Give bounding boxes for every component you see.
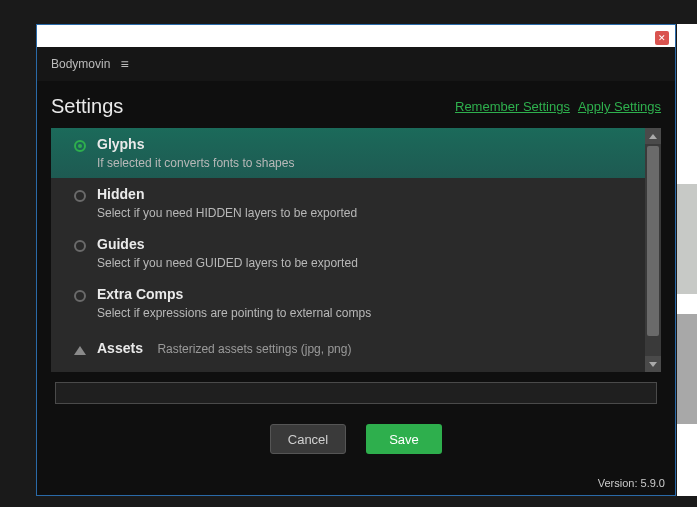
option-guides[interactable]: Guides Select if you need GUIDED layers …: [51, 228, 661, 278]
chevron-up-icon: [649, 134, 657, 139]
app-name-label: Bodymovin: [51, 57, 110, 71]
window-titlebar: ✕: [37, 25, 675, 47]
option-title: Extra Comps: [97, 286, 649, 302]
page-title: Settings: [51, 95, 123, 118]
collapsed-section[interactable]: [55, 382, 657, 404]
scrollbar-thumb[interactable]: [647, 146, 659, 336]
option-hidden[interactable]: Hidden Select if you need HIDDEN layers …: [51, 178, 661, 228]
header-links: Remember Settings Apply Settings: [455, 99, 661, 114]
expand-caret-icon: [74, 346, 86, 355]
option-desc: If selected it converts fonts to shapes: [97, 156, 649, 170]
option-glyphs[interactable]: Glyphs If selected it converts fonts to …: [51, 128, 661, 178]
option-title: Glyphs: [97, 136, 649, 152]
dialog-body: Bodymovin ≡ Settings Remember Settings A…: [37, 47, 675, 495]
option-title: Assets: [97, 340, 143, 356]
bg-thumbnail-2: [677, 314, 697, 424]
cancel-button[interactable]: Cancel: [270, 424, 346, 454]
close-icon: ✕: [658, 33, 666, 43]
radio-on-icon: [74, 140, 86, 152]
radio-off-icon: [74, 190, 86, 202]
app-header: Bodymovin ≡: [37, 47, 675, 81]
remember-settings-link[interactable]: Remember Settings: [455, 99, 570, 114]
option-extra-comps[interactable]: Extra Comps Select if expressions are po…: [51, 278, 661, 328]
close-button[interactable]: ✕: [655, 31, 669, 45]
options-scroll-area[interactable]: Glyphs If selected it converts fonts to …: [51, 128, 661, 372]
version-label: Version: 5.9.0: [598, 477, 665, 489]
option-desc: Select if you need HIDDEN layers to be e…: [97, 206, 649, 220]
radio-off-icon: [74, 240, 86, 252]
option-desc: Select if expressions are pointing to ex…: [97, 306, 649, 320]
bg-thumbnail-1: [677, 184, 697, 294]
option-desc: Select if you need GUIDED layers to be e…: [97, 256, 649, 270]
menu-icon[interactable]: ≡: [120, 56, 128, 72]
scroll-down-button[interactable]: [645, 356, 661, 372]
scrollbar[interactable]: [645, 128, 661, 372]
options-list: Glyphs If selected it converts fonts to …: [51, 128, 661, 372]
radio-off-icon: [74, 290, 86, 302]
dialog-buttons: Cancel Save: [37, 424, 675, 454]
option-assets[interactable]: Assets Rasterized assets settings (jpg, …: [51, 328, 661, 368]
scroll-up-button[interactable]: [645, 128, 661, 144]
apply-settings-link[interactable]: Apply Settings: [578, 99, 661, 114]
dialog-header: Settings Remember Settings Apply Setting…: [37, 81, 675, 128]
dialog-window: ✕ Bodymovin ≡ Settings Remember Settings…: [36, 24, 676, 496]
option-inline-desc: Rasterized assets settings (jpg, png): [157, 342, 351, 356]
chevron-down-icon: [649, 362, 657, 367]
option-title: Hidden: [97, 186, 649, 202]
option-title: Guides: [97, 236, 649, 252]
save-button[interactable]: Save: [366, 424, 442, 454]
background-panel: [677, 24, 697, 496]
